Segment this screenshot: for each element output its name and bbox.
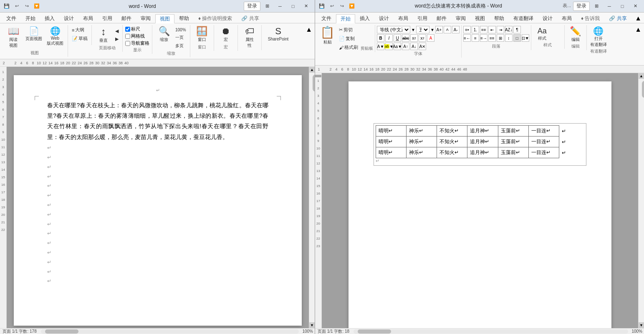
right-h-scrollbar-thumb[interactable]: [358, 329, 391, 334]
btn-sharepoint[interactable]: S SharePoint: [266, 26, 290, 42]
tab-share-left[interactable]: 🔗 共享: [237, 14, 263, 23]
btn-font-clear[interactable]: A✕: [419, 43, 426, 50]
btn-window[interactable]: 🪟 窗口: [193, 26, 211, 43]
btn-sort[interactable]: AZ↓: [505, 26, 513, 33]
tab-design2-right[interactable]: 设计: [538, 14, 557, 23]
customize-icon[interactable]: 🔽: [33, 2, 41, 10]
font-size-dropdown[interactable]: ▼: [430, 28, 434, 32]
btn-columns[interactable]: ⊞: [497, 34, 504, 42]
tab-layout-right[interactable]: 布局: [394, 14, 413, 23]
login-button-right[interactable]: 登录: [573, 2, 590, 11]
btn-translate[interactable]: 🌐 打开有道翻译: [588, 26, 609, 48]
font-size-up-btn[interactable]: A+: [435, 26, 443, 33]
btn-superscript[interactable]: x2: [419, 34, 426, 42]
scroll-down-btn[interactable]: ▼: [309, 322, 315, 328]
btn-styles[interactable]: Aa 样式: [533, 26, 551, 42]
left-tile-icon[interactable]: ⊞: [261, 2, 273, 11]
right-maximize-btn[interactable]: □: [616, 2, 629, 11]
btn-indent-decrease[interactable]: ⇤: [488, 26, 496, 33]
checkbox-nav[interactable]: 导航窗格: [125, 40, 149, 46]
tab-insert-left[interactable]: 插入: [40, 14, 59, 23]
right-customize-icon[interactable]: 🔽: [348, 2, 356, 10]
tab-share-right[interactable]: 🔗 共享: [604, 14, 631, 23]
right-h-scrollbar[interactable]: [354, 329, 628, 334]
ribbon-collapse-btn[interactable]: ▲: [305, 25, 313, 34]
btn-para-mark[interactable]: ¶: [513, 26, 521, 33]
btn-nav-right[interactable]: ▶: [114, 35, 120, 43]
tab-view-left[interactable]: 视图: [155, 14, 174, 23]
right-close-btn[interactable]: ✕: [629, 2, 641, 11]
left-doc-area[interactable]: ↵ 春天在哪里?春天在枝头上：春天的风微微吹动，柳条儿跳舞，桃花儿脸红。春天在哪…: [7, 67, 309, 328]
btn-paste[interactable]: 📋 粘贴: [318, 26, 336, 46]
btn-macro[interactable]: ⏺ 宏: [217, 26, 235, 43]
font-size-select[interactable]: 五号: [416, 26, 429, 33]
btn-draft[interactable]: 📝 草稿: [71, 35, 89, 43]
btn-100[interactable]: 100%: [174, 27, 187, 33]
tab-reference-left[interactable]: 引用: [98, 14, 117, 23]
tab-view-right[interactable]: 视图: [470, 14, 490, 23]
right-tile-icon[interactable]: ⊞: [590, 2, 603, 11]
right-v-scrollbar[interactable]: ▲ ▼: [638, 73, 644, 328]
tab-start-right[interactable]: 开始: [336, 14, 355, 23]
font-name-select[interactable]: 等线 (中文正文): [377, 26, 410, 33]
tab-layout-left[interactable]: 布局: [78, 14, 98, 23]
btn-font-color[interactable]: A▼: [377, 43, 384, 50]
right-ribbon-collapse[interactable]: ▲: [634, 14, 642, 23]
tab-layout2-right[interactable]: 布局: [557, 14, 576, 23]
right-ribbon-collapse-btn[interactable]: ▲: [634, 25, 642, 34]
tab-insert-right[interactable]: 插入: [355, 14, 374, 23]
btn-web-view[interactable]: 🌐 Web版式视图: [45, 26, 65, 47]
btn-multilevel-list[interactable]: ≡≡: [480, 26, 487, 33]
btn-font-dn[interactable]: A↓: [410, 43, 418, 50]
btn-justify[interactable]: ≡≡: [488, 34, 496, 42]
scroll-thumb[interactable]: [313, 75, 315, 91]
btn-vertical[interactable]: ↕ 垂直: [94, 26, 113, 44]
btn-line-spacing[interactable]: ↕: [505, 34, 513, 42]
font-size-type-btn[interactable]: A: [444, 26, 451, 33]
btn-edit[interactable]: ✏️ 编辑: [566, 26, 585, 43]
left-v-scrollbar[interactable]: ▲ ▼: [309, 67, 315, 328]
tab-youdao-right[interactable]: 有道翻译: [509, 14, 538, 23]
right-zoom-control[interactable]: 100%: [630, 329, 644, 334]
left-zoom-control[interactable]: 100%: [301, 329, 315, 334]
font-name-dropdown[interactable]: ▼: [411, 28, 415, 32]
btn-outline[interactable]: ≡ 大纲: [71, 26, 86, 34]
btn-underline[interactable]: U: [394, 34, 401, 42]
btn-cut[interactable]: ✂剪切: [338, 26, 359, 34]
scroll-up-btn[interactable]: ▲: [309, 67, 315, 73]
left-close-btn[interactable]: ✕: [300, 2, 312, 11]
tab-file-right[interactable]: 文件: [317, 14, 336, 23]
tab-mail-left[interactable]: 邮件: [117, 14, 136, 23]
btn-zoom[interactable]: 🔍 缩放: [155, 26, 173, 43]
btn-aa[interactable]: Aa▼: [394, 43, 401, 50]
left-minimize-btn[interactable]: ─: [274, 2, 286, 11]
font-size-down-btn[interactable]: A-: [452, 26, 460, 33]
btn-font-up[interactable]: A↑: [402, 43, 409, 50]
btn-bullet-list[interactable]: ≡•: [463, 26, 471, 33]
left-h-scrollbar-thumb[interactable]: [45, 329, 78, 334]
btn-bold[interactable]: B: [377, 34, 384, 42]
btn-color[interactable]: A: [427, 34, 434, 42]
right-redo-icon[interactable]: ↪: [338, 2, 346, 10]
tab-help-right[interactable]: 帮助: [490, 14, 509, 23]
btn-numbered-list[interactable]: 1.: [472, 26, 479, 33]
btn-align-center[interactable]: ≡: [472, 34, 479, 42]
right-scroll-up-btn[interactable]: ▲: [639, 73, 644, 79]
tab-search-left[interactable]: ♦ 操作说明搜索: [194, 14, 237, 23]
btn-align-right[interactable]: ≡→: [480, 34, 487, 42]
undo-icon[interactable]: ↩: [13, 2, 21, 10]
btn-nav-left[interactable]: ◀: [114, 28, 120, 35]
btn-property[interactable]: 🏷 属性性: [240, 26, 259, 49]
left-h-scrollbar[interactable]: [41, 329, 299, 334]
checkbox-grid[interactable]: 网格线: [125, 33, 145, 39]
btn-page-view[interactable]: 📄 页面视图: [24, 26, 44, 43]
btn-copy[interactable]: 📄复制: [338, 35, 359, 43]
btn-strikethrough[interactable]: abc: [402, 34, 409, 42]
tab-design-right[interactable]: 设计: [374, 14, 394, 23]
tab-start-left[interactable]: 开始: [21, 14, 40, 23]
tab-tellme-right[interactable]: ♦ 告诉我: [576, 14, 604, 23]
tab-review-right[interactable]: 审阅: [451, 14, 470, 23]
btn-align-left[interactable]: ≡←: [463, 34, 471, 42]
right-undo-icon[interactable]: ↩: [328, 2, 336, 10]
tab-mail-right[interactable]: 邮件: [432, 14, 451, 23]
